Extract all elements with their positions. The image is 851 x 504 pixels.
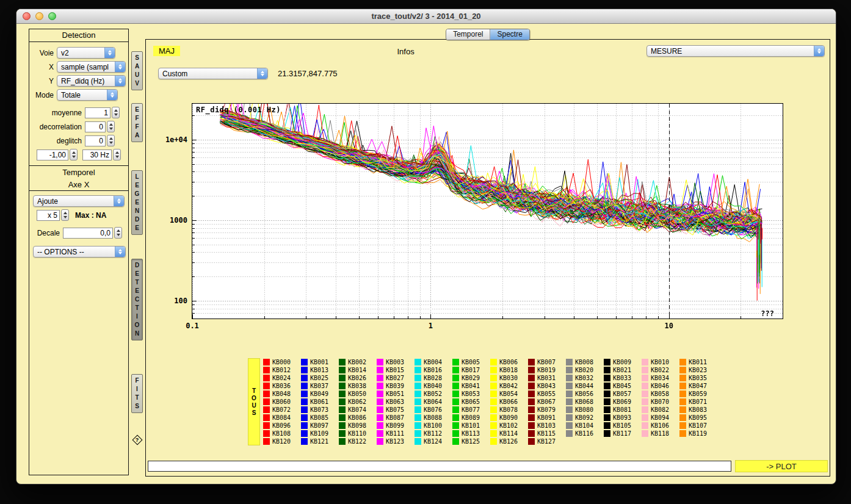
legend-item[interactable]: KB027	[377, 374, 415, 382]
legend-item[interactable]: KB078	[490, 406, 528, 414]
legend-item[interactable]: KB013	[301, 366, 339, 374]
legend-item[interactable]: KB074	[339, 406, 377, 414]
legend-item[interactable]: KB064	[415, 398, 452, 406]
legend-item[interactable]: KB115	[528, 430, 566, 437]
legend-item[interactable]: KB094	[642, 414, 679, 422]
legend-item[interactable]: KB084	[263, 414, 301, 422]
deglitch-field[interactable]: 0	[85, 135, 115, 146]
legend-item[interactable]: KB109	[301, 430, 339, 437]
legend-item[interactable]: KB037	[301, 382, 339, 390]
legend-item[interactable]: KB007	[528, 358, 566, 366]
legend-item[interactable]: KB029	[452, 374, 490, 382]
legend-item[interactable]: KB088	[415, 414, 452, 422]
legend-item[interactable]: KB125	[452, 437, 490, 445]
legend-item[interactable]: KB010	[642, 358, 679, 366]
legend-item[interactable]: KB098	[339, 422, 377, 430]
legend-item[interactable]: KB104	[566, 422, 604, 430]
legend-item[interactable]: KB126	[490, 437, 528, 445]
legend-item[interactable]: KB038	[339, 382, 377, 390]
legend-item[interactable]: KB121	[301, 437, 339, 445]
legend-item[interactable]: KB012	[263, 366, 301, 374]
legend-select-all-button[interactable]: TOUS	[248, 358, 260, 445]
legend-item[interactable]: KB107	[679, 422, 717, 430]
spectrum-chart[interactable]	[192, 104, 783, 319]
legend-item[interactable]: KB087	[377, 414, 415, 422]
legend-item[interactable]: KB001	[301, 358, 339, 366]
legend-item[interactable]: KB093	[604, 414, 642, 422]
legend-item[interactable]: KB090	[490, 414, 528, 422]
legend-item[interactable]: KB028	[415, 374, 452, 382]
side-tab-legende[interactable]: LEGENDE	[131, 170, 143, 235]
legend-item[interactable]: KB011	[679, 358, 717, 366]
legend-item[interactable]: KB058	[642, 390, 679, 398]
legend-item[interactable]: KB022	[642, 366, 679, 374]
legend-item[interactable]: KB060	[263, 398, 301, 406]
title-bar[interactable]: trace_tout/v2/ 3 - 2014_01_20	[16, 9, 836, 24]
legend-item[interactable]: KB106	[642, 422, 679, 430]
legend-item[interactable]: KB026	[339, 374, 377, 382]
legend-item[interactable]: KB105	[604, 422, 642, 430]
mesure-select[interactable]: MESURE	[646, 45, 825, 57]
legend-item[interactable]: KB039	[377, 382, 415, 390]
decale-field[interactable]: 0,0	[63, 227, 122, 239]
maj-button[interactable]: MAJ	[153, 46, 180, 56]
stepper-icon[interactable]	[107, 121, 115, 132]
legend-item[interactable]: KB069	[604, 398, 642, 406]
legend-item[interactable]: KB097	[301, 422, 339, 430]
legend-item[interactable]: KB095	[679, 414, 717, 422]
legend-item[interactable]: KB083	[679, 406, 717, 414]
legend-item[interactable]: KB108	[263, 430, 301, 437]
legend-item[interactable]: KB016	[415, 366, 452, 374]
legend-item[interactable]: KB032	[566, 374, 604, 382]
moyenne-field[interactable]: 1	[85, 107, 120, 118]
legend-item[interactable]: KB048	[263, 390, 301, 398]
legend-item[interactable]: KB073	[301, 406, 339, 414]
legend-item[interactable]: KB041	[452, 382, 490, 390]
legend-item[interactable]: KB002	[339, 358, 377, 366]
legend-item[interactable]: KB092	[566, 414, 604, 422]
stepper-icon[interactable]	[113, 149, 121, 160]
legend-item[interactable]: KB076	[415, 406, 452, 414]
command-input[interactable]	[148, 461, 731, 472]
legend-item[interactable]: KB056	[566, 390, 604, 398]
mode-select[interactable]: Totale	[57, 89, 118, 101]
legend-item[interactable]: KB036	[263, 382, 301, 390]
side-tab-effa[interactable]: EFFA	[131, 103, 143, 142]
legend-item[interactable]: KB047	[679, 382, 717, 390]
legend-item[interactable]: KB052	[415, 390, 452, 398]
frequency-field[interactable]: 30 Hz	[82, 149, 121, 160]
legend-item[interactable]: KB025	[301, 374, 339, 382]
legend-item[interactable]: KB113	[452, 430, 490, 437]
stepper-icon[interactable]	[61, 209, 69, 221]
legend-item[interactable]: KB079	[528, 406, 566, 414]
legend-item[interactable]: KB112	[415, 430, 452, 437]
legend-item[interactable]: KB118	[642, 430, 679, 437]
threshold-field[interactable]: -1,00	[37, 149, 78, 160]
stepper-icon[interactable]	[107, 135, 115, 146]
decorrelation-field[interactable]: 0	[85, 121, 115, 132]
legend-item[interactable]: KB068	[566, 398, 604, 406]
stepper-icon[interactable]	[70, 149, 78, 160]
side-tab-fits[interactable]: FITS	[131, 374, 143, 413]
side-tab-sauv[interactable]: SAUV	[131, 51, 143, 90]
legend-item[interactable]: KB051	[377, 390, 415, 398]
legend-item[interactable]: KB034	[642, 374, 679, 382]
legend-item[interactable]: KB075	[377, 406, 415, 414]
legend-item[interactable]: KB015	[377, 366, 415, 374]
legend-item[interactable]: KB031	[528, 374, 566, 382]
legend-item[interactable]: KB000	[263, 358, 301, 366]
legend-item[interactable]: KB067	[528, 398, 566, 406]
x-axis-select[interactable]: sample (sampl	[57, 61, 126, 73]
tab-temporel[interactable]: Temporel	[446, 29, 490, 40]
legend-item[interactable]: KB020	[566, 366, 604, 374]
legend-item[interactable]: KB019	[528, 366, 566, 374]
stepper-icon[interactable]	[114, 227, 122, 239]
legend-item[interactable]: KB127	[528, 437, 566, 445]
legend-item[interactable]: KB100	[415, 422, 452, 430]
legend-item[interactable]: KB018	[490, 366, 528, 374]
legend-item[interactable]: KB005	[452, 358, 490, 366]
plot-button[interactable]: -> PLOT	[735, 460, 828, 472]
ajoute-select[interactable]: Ajoute	[33, 195, 125, 207]
legend-item[interactable]: KB101	[452, 422, 490, 430]
legend-item[interactable]: KB080	[566, 406, 604, 414]
